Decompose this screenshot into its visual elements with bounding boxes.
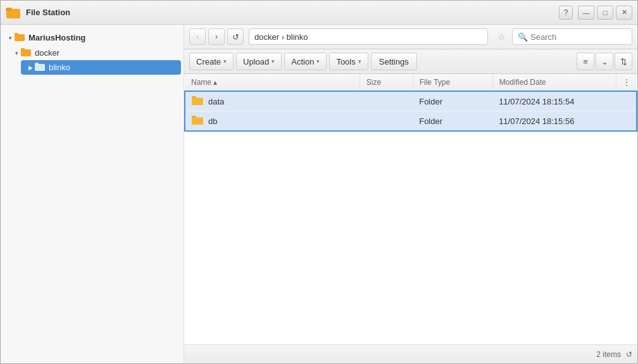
view-options-button[interactable]: ⌄ — [596, 53, 613, 70]
create-dropdown-icon: ▾ — [223, 58, 227, 65]
minimize-button[interactable]: — — [578, 6, 594, 20]
svg-rect-5 — [15, 33, 18, 35]
file-type-cell: Folder — [413, 91, 492, 111]
folder-icon — [192, 96, 203, 107]
help-button[interactable]: ? — [559, 6, 573, 20]
blinko-toggle-icon: ▶ — [26, 63, 35, 72]
search-icon: 🔍 — [518, 32, 528, 42]
file-table: Name ▴ Size File Type Modified Date ⋮ — [184, 74, 637, 132]
col-date-header[interactable]: Modified Date — [492, 74, 616, 91]
sort-button[interactable]: ⇅ — [615, 53, 632, 70]
sidebar-item-docker[interactable]: ▾ docker — [9, 46, 184, 60]
sidebar: ▾ MariusHosting ▾ — [1, 25, 184, 363]
right-panel: ‹ › ↺ docker › blinko ☆ 🔍 Create ▾ — [184, 25, 637, 363]
docker-folder-icon — [21, 47, 31, 58]
table-row[interactable]: data Folder11/07/2024 18:15:54 — [185, 91, 637, 111]
create-button[interactable]: Create ▾ — [189, 53, 234, 70]
sidebar-docker-group: ▾ docker ▶ — [1, 46, 184, 75]
sidebar-item-mariushosting[interactable]: ▾ MariusHosting — [1, 30, 184, 46]
action-dropdown-icon: ▾ — [316, 58, 320, 65]
table-row[interactable]: db Folder11/07/2024 18:15:56 — [185, 111, 637, 132]
search-box[interactable]: 🔍 — [512, 28, 632, 45]
file-station-window: File Station ? — □ ✕ ▾ MariusHosting — [0, 0, 638, 364]
breadcrumb: docker › blinko — [249, 28, 488, 45]
navigation-toolbar: ‹ › ↺ docker › blinko ☆ 🔍 — [184, 25, 637, 49]
app-icon — [6, 5, 21, 20]
blinko-folder-icon — [35, 62, 45, 73]
col-size-header[interactable]: Size — [360, 74, 413, 91]
settings-button[interactable]: Settings — [371, 53, 417, 70]
svg-rect-9 — [35, 63, 39, 65]
svg-rect-15 — [192, 118, 203, 125]
bookmark-button[interactable]: ☆ — [493, 28, 510, 45]
root-label: MariusHosting — [28, 33, 85, 42]
file-date-cell: 11/07/2024 18:15:54 — [492, 91, 616, 111]
status-refresh-button[interactable]: ↺ — [626, 350, 632, 359]
file-extra-cell — [616, 91, 637, 111]
svg-rect-7 — [21, 48, 25, 51]
close-button[interactable]: ✕ — [616, 6, 632, 20]
back-button[interactable]: ‹ — [189, 28, 206, 45]
docker-toggle-icon: ▾ — [12, 49, 21, 58]
root-folder-icon — [15, 32, 25, 43]
file-name-cell: data — [185, 91, 360, 111]
file-date-cell: 11/07/2024 18:15:56 — [492, 111, 616, 132]
col-type-header[interactable]: File Type — [413, 74, 492, 91]
app-title: File Station — [26, 8, 559, 17]
file-name: data — [208, 97, 224, 106]
toolbar-refresh-button[interactable]: ↺ — [227, 28, 244, 45]
file-list: Name ▴ Size File Type Modified Date ⋮ — [184, 74, 637, 344]
sidebar-blinko-group: ▶ blinko — [9, 60, 184, 75]
blinko-label: blinko — [49, 63, 70, 72]
file-name: db — [208, 116, 217, 126]
table-header: Name ▴ Size File Type Modified Date ⋮ — [185, 74, 637, 91]
file-size-cell — [360, 111, 413, 132]
list-view-button[interactable]: ≡ — [577, 53, 594, 70]
maximize-button[interactable]: □ — [597, 6, 613, 20]
file-list-body: data Folder11/07/2024 18:15:54 db Folder… — [185, 91, 637, 131]
sidebar-item-blinko[interactable]: ▶ blinko — [21, 60, 181, 75]
file-type-cell: Folder — [413, 111, 492, 132]
status-bar: 2 items ↺ — [184, 344, 637, 363]
folder-icon — [192, 115, 203, 127]
forward-button[interactable]: › — [208, 28, 225, 45]
tools-button[interactable]: Tools ▾ — [329, 53, 368, 70]
main-content: ▾ MariusHosting ▾ — [1, 25, 637, 363]
col-extra-header: ⋮ — [616, 74, 637, 91]
action-toolbar: Create ▾ Upload ▾ Action ▾ Tools ▾ Setti… — [184, 49, 637, 74]
tools-dropdown-icon: ▾ — [358, 58, 361, 65]
item-count: 2 items — [596, 350, 621, 359]
upload-button[interactable]: Upload ▾ — [236, 53, 282, 70]
file-extra-cell — [616, 111, 637, 132]
search-input[interactable] — [530, 32, 627, 42]
window-controls: ? — □ ✕ — [559, 6, 632, 20]
docker-label: docker — [35, 48, 59, 58]
title-bar: File Station ? — □ ✕ — [1, 1, 637, 25]
upload-dropdown-icon: ▾ — [272, 58, 275, 65]
view-buttons: ≡ ⌄ ⇅ — [577, 53, 632, 70]
toggle-icon: ▾ — [6, 34, 15, 42]
file-name-cell: db — [185, 111, 360, 132]
svg-rect-12 — [192, 98, 203, 106]
file-size-cell — [360, 91, 413, 111]
svg-rect-3 — [6, 8, 11, 11]
action-button[interactable]: Action ▾ — [284, 53, 327, 70]
col-name-header[interactable]: Name ▴ — [185, 74, 360, 91]
